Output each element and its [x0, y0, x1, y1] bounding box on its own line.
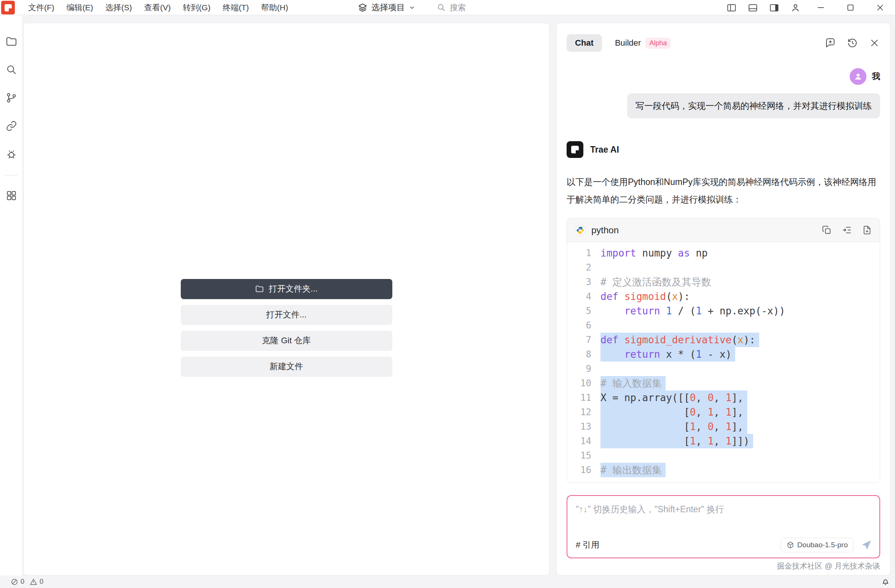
tab-builder[interactable]: Builder	[615, 38, 641, 48]
toggle-right-panel-icon[interactable]	[763, 0, 785, 15]
python-icon	[575, 225, 586, 236]
copy-icon[interactable]	[822, 225, 832, 235]
code-line: 12 [0, 1, 1],	[567, 405, 880, 419]
user-message-wrap: 写一段代码，实现一个简易的神经网络，并对其进行模拟训练	[567, 85, 880, 118]
user-message-bubble: 写一段代码，实现一个简易的神经网络，并对其进行模拟训练	[627, 93, 880, 118]
assistant-row: Trae AI	[567, 141, 880, 158]
user-avatar	[850, 68, 866, 85]
code-line: 15	[567, 448, 880, 463]
menu-edit[interactable]: 编辑(E)	[61, 2, 99, 13]
chat-header-actions	[825, 37, 880, 49]
code-lines[interactable]: 1import numpy as np23# 定义激活函数及其导数4def si…	[567, 242, 880, 483]
app-logo-icon[interactable]	[1, 1, 15, 14]
source-control-icon[interactable]	[0, 84, 23, 112]
layers-icon	[358, 3, 368, 13]
project-selector-label: 选择项目	[371, 2, 405, 13]
editor-panel: 打开文件夹... 打开文件... 克隆 Git 仓库 新建文件	[23, 23, 549, 575]
titlebar-center: 选择项目 搜索	[358, 0, 466, 15]
input-toolbar: # 引用 Doubao-1.5-pro	[576, 538, 873, 552]
search-label: 搜索	[450, 2, 466, 13]
open-file-label: 打开文件...	[266, 309, 306, 320]
new-file-label: 新建文件	[270, 361, 303, 372]
code-line: 3# 定义激活函数及其导数	[567, 275, 880, 289]
project-selector[interactable]: 选择项目	[358, 2, 416, 13]
maximize-button[interactable]	[836, 0, 865, 15]
problems-errors[interactable]: 0	[11, 578, 24, 586]
error-icon	[11, 578, 18, 586]
user-name: 我	[872, 71, 880, 82]
model-selector[interactable]: Doubao-1.5-pro	[781, 538, 854, 552]
chat-input-box[interactable]: "↑↓" 切换历史输入，"Shift+Enter" 换行 # 引用 Doubao…	[567, 495, 880, 558]
notifications-bell-icon[interactable]	[881, 578, 890, 586]
user-row: 我	[567, 68, 880, 85]
alpha-badge: Alpha	[645, 38, 670, 49]
chat-header: Chat Builder Alpha	[567, 29, 880, 57]
code-language-label: python	[591, 225, 619, 236]
chat-panel: Chat Builder Alpha 我	[556, 23, 890, 575]
code-actions	[822, 225, 872, 235]
menu-terminal[interactable]: 终端(T)	[217, 2, 255, 13]
history-icon[interactable]	[847, 37, 858, 49]
open-folder-button[interactable]: 打开文件夹...	[181, 279, 392, 299]
code-line: 8 return x * (1 - x)	[567, 347, 880, 362]
model-name-label: Doubao-1.5-pro	[797, 541, 848, 549]
clone-repo-button[interactable]: 克隆 Git 仓库	[181, 331, 392, 351]
trae-ai-avatar	[567, 141, 583, 158]
code-line: 7def sigmoid_derivative(x):	[567, 333, 880, 347]
search-sidebar-icon[interactable]	[0, 56, 23, 84]
new-file-button[interactable]: 新建文件	[181, 357, 392, 377]
code-line: 9	[567, 362, 880, 376]
open-folder-label: 打开文件夹...	[269, 283, 317, 295]
problems-warnings[interactable]: 0	[30, 578, 43, 586]
debug-icon[interactable]	[0, 140, 23, 168]
close-panel-icon[interactable]	[869, 37, 880, 49]
menu-file[interactable]: 文件(F)	[22, 2, 61, 13]
status-bar: 0 0	[0, 575, 895, 588]
code-block-header: python	[567, 218, 880, 242]
assistant-intro-text: 以下是一个使用Python和NumPy库实现的简易神经网络代码示例，该神经网络用…	[567, 173, 880, 208]
plugins-icon[interactable]	[0, 182, 23, 210]
error-count: 0	[21, 578, 24, 586]
clone-repo-label: 克隆 Git 仓库	[262, 335, 311, 346]
minimize-button[interactable]	[806, 0, 836, 15]
reference-button[interactable]: # 引用	[576, 539, 599, 551]
menu-goto[interactable]: 转到(G)	[177, 2, 217, 13]
chevron-down-icon	[409, 4, 416, 11]
assistant-name: Trae AI	[590, 145, 619, 155]
titlebar: 文件(F) 编辑(E) 选择(S) 查看(V) 转到(G) 终端(T) 帮助(H…	[0, 0, 895, 15]
insert-code-icon[interactable]	[842, 225, 852, 235]
menu-bar: 文件(F) 编辑(E) 选择(S) 查看(V) 转到(G) 终端(T) 帮助(H…	[22, 0, 294, 15]
open-file-button[interactable]: 打开文件...	[181, 305, 392, 325]
remote-link-icon[interactable]	[0, 112, 23, 140]
sidebar-divider	[5, 175, 18, 175]
code-block: python 1import numpy as np23# 定义激活函数及其	[567, 218, 880, 483]
code-line: 2	[567, 260, 880, 275]
explorer-icon[interactable]	[0, 27, 23, 56]
code-line: 16# 输出数据集	[567, 463, 880, 477]
welcome-actions: 打开文件夹... 打开文件... 克隆 Git 仓库 新建文件	[181, 279, 392, 377]
new-chat-icon[interactable]	[825, 37, 836, 49]
code-line: 5 return 1 / (1 + np.exp(-x))	[567, 304, 880, 318]
folder-icon	[255, 284, 264, 293]
close-window-button[interactable]	[865, 0, 895, 15]
watermark-text: 掘金技术社区 @ 月光技术杂谈	[567, 558, 880, 575]
account-icon[interactable]	[785, 0, 806, 15]
chat-messages[interactable]: 我 写一段代码，实现一个简易的神经网络，并对其进行模拟训练 Trae AI 以下…	[567, 57, 880, 490]
model-cube-icon	[787, 541, 794, 549]
code-line: 6	[567, 318, 880, 333]
warning-icon	[30, 578, 37, 586]
menu-help[interactable]: 帮助(H)	[255, 2, 294, 13]
global-search-button[interactable]: 搜索	[437, 2, 466, 13]
apply-to-file-icon[interactable]	[862, 225, 872, 235]
toggle-left-panel-icon[interactable]	[721, 0, 742, 15]
menu-view[interactable]: 查看(V)	[138, 2, 177, 13]
chat-input-placeholder: "↑↓" 切换历史输入，"Shift+Enter" 换行	[576, 504, 871, 515]
app-window: 文件(F) 编辑(E) 选择(S) 查看(V) 转到(G) 终端(T) 帮助(H…	[0, 0, 895, 588]
toggle-bottom-panel-icon[interactable]	[742, 0, 763, 15]
send-icon[interactable]	[860, 539, 873, 551]
warning-count: 0	[40, 578, 43, 586]
code-line: 1import numpy as np	[567, 246, 880, 260]
menu-select[interactable]: 选择(S)	[99, 2, 138, 13]
tab-chat[interactable]: Chat	[567, 34, 602, 52]
activity-bar	[0, 15, 23, 575]
